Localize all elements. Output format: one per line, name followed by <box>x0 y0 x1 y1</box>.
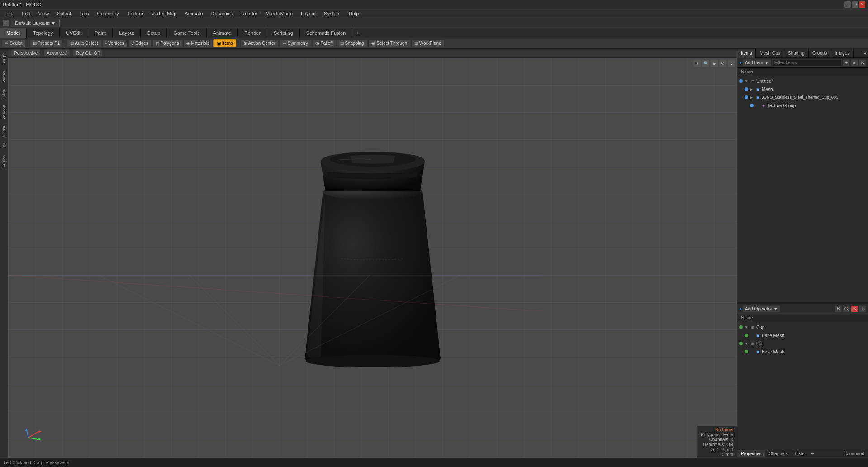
tab-layout[interactable]: Layout <box>113 28 141 38</box>
items-close-icon-btn[interactable]: ✕ <box>859 59 866 66</box>
lr-tree-item-cup-base-mesh[interactable]: ▶ ▣ Base Mesh <box>743 331 868 339</box>
tab-setup[interactable]: Setup <box>141 28 167 38</box>
menu-select[interactable]: Select <box>53 10 75 17</box>
menu-animate[interactable]: Animate <box>181 10 206 17</box>
lr-expand-lid[interactable]: ▼ <box>745 342 749 346</box>
lr-tree-item-lid[interactable]: ▼ ⊞ Lid <box>737 339 868 348</box>
tab-topology[interactable]: Topology <box>27 28 60 38</box>
add-mode-tab-button[interactable]: + <box>352 28 363 38</box>
edges-button[interactable]: ╱ Edges <box>128 39 152 47</box>
tree-item-mesh[interactable]: ▶ ▣ Mesh <box>743 85 868 93</box>
viewport[interactable]: Perspective Advanced Ray GL: Off <box>8 49 737 458</box>
tab-animate[interactable]: Animate <box>207 28 238 38</box>
sidebar-tab-curve[interactable]: Curve <box>1 123 7 139</box>
maximize-button[interactable]: ☐ <box>852 1 858 8</box>
vp-settings-btn[interactable]: ⚙ <box>719 60 726 67</box>
materials-button[interactable]: ◈ Materials <box>183 39 213 47</box>
action-center-button[interactable]: ⊕ Action Center <box>240 39 279 47</box>
rt-tab-mesh-ops[interactable]: Mesh Ops <box>756 49 784 58</box>
menu-system[interactable]: System <box>320 10 344 17</box>
tab-model[interactable]: Model <box>0 28 27 38</box>
rt-tab-images[interactable]: Images <box>831 49 854 58</box>
items-list-icon-btn[interactable]: ≡ <box>851 59 858 66</box>
rt-tab-groups[interactable]: Groups <box>809 49 831 58</box>
vp-zoom-btn[interactable]: 🔍 <box>702 60 709 67</box>
tree-item-texture-group[interactable]: ▶ ◈ Texture Group <box>748 101 868 110</box>
close-button[interactable]: ✕ <box>859 1 865 8</box>
menu-file[interactable]: File <box>2 10 17 17</box>
auto-select-button[interactable]: ⊡ Auto Select <box>67 39 101 47</box>
lr-s-icon-btn[interactable]: S <box>851 305 858 312</box>
sidebar-tab-polygon[interactable]: Polygon <box>1 102 7 123</box>
minimize-button[interactable]: — <box>844 1 851 8</box>
snapping-button[interactable]: ⊞ Snapping <box>337 39 367 47</box>
main-area: Sculpt Vertex Edge Polygon Curve UV Fusi… <box>0 49 868 458</box>
vp-more-btn[interactable]: ⋮ <box>728 60 735 67</box>
items-button[interactable]: ▣ Items <box>213 39 236 47</box>
lr-tree[interactable]: ▼ ⊞ Cup ▶ ▣ Base Mesh ▼ ⊞ Lid <box>737 322 868 449</box>
panel-collapse-icon[interactable]: ◂ <box>864 51 866 56</box>
tab-uvedit[interactable]: UVEdit <box>60 28 88 38</box>
tab-schematic-fusion[interactable]: Schematic Fusion <box>300 28 352 38</box>
rt-tab-shading[interactable]: Shading <box>784 49 809 58</box>
lr-tree-item-lid-base-mesh[interactable]: ▶ ▣ Base Mesh <box>743 348 868 356</box>
vertices-button[interactable]: • Vertices <box>102 39 128 47</box>
command-label: Command <box>840 450 868 457</box>
viewport-canvas[interactable]: ↺ 🔍 ⊕ ⚙ ⋮ No Items Polygons : Face Chann… <box>8 58 737 458</box>
menu-edit[interactable]: Edit <box>18 10 34 17</box>
select-through-button[interactable]: ◉ Select Through <box>368 39 410 47</box>
lr-add-icon-btn[interactable]: + <box>859 305 866 312</box>
sidebar-tab-vertex[interactable]: Vertex <box>1 68 7 86</box>
expand-arrow-untitled[interactable]: ▼ <box>745 79 749 83</box>
tab-paint[interactable]: Paint <box>88 28 113 38</box>
tab-render[interactable]: Render <box>238 28 267 38</box>
items-add-icon-btn[interactable]: + <box>843 59 850 66</box>
menu-view[interactable]: View <box>35 10 53 17</box>
symmetry-button[interactable]: ⇔ Symmetry <box>280 39 311 47</box>
br-tab-properties[interactable]: Properties <box>737 450 765 457</box>
vp-fit-btn[interactable]: ⊕ <box>711 60 718 67</box>
layout-dropdown[interactable]: Default Layouts ▼ <box>11 19 60 27</box>
menu-dynamics[interactable]: Dynamics <box>208 10 237 17</box>
expand-arrow-juro[interactable]: ▶ <box>750 95 754 100</box>
lr-b-icon-btn[interactable]: B <box>835 305 842 312</box>
workplane-button[interactable]: ⊟ WorkPlane <box>411 39 445 47</box>
sidebar-tab-edge[interactable]: Edge <box>1 86 7 101</box>
vp-type-btn[interactable]: Perspective <box>11 50 41 57</box>
menu-vertex-map[interactable]: Vertex Map <box>148 10 180 17</box>
items-tree[interactable]: ▼ ⊞ Untitled* ▶ ▣ Mesh ▶ ▣ JURO_Stainles… <box>737 76 868 302</box>
sculpt-button[interactable]: ✏ Sculpt <box>2 39 26 47</box>
tree-item-juro[interactable]: ▶ ▣ JURO_Stainless_Steel_Thermo_Cup_001 <box>743 93 868 101</box>
rt-tab-items[interactable]: Items <box>737 49 756 58</box>
menu-item[interactable]: Item <box>76 10 92 17</box>
menu-layout[interactable]: Layout <box>297 10 319 17</box>
menu-texture[interactable]: Texture <box>123 10 147 17</box>
menu-help[interactable]: Help <box>345 10 363 17</box>
sidebar-tab-sculpt[interactable]: Sculpt <box>1 51 7 67</box>
polygons-button[interactable]: ◻ Polygons <box>152 39 182 47</box>
juro-icon: ▣ <box>755 95 761 100</box>
lr-g-icon-btn[interactable]: G <box>843 305 850 312</box>
menu-maxtomodo[interactable]: MaxToModo <box>262 10 296 17</box>
sidebar-tab-uv[interactable]: UV <box>1 140 7 152</box>
tab-game-tools[interactable]: Game Tools <box>167 28 207 38</box>
add-item-button[interactable]: Add Item ▼ <box>743 59 771 66</box>
tab-scripting[interactable]: Scripting <box>267 28 300 38</box>
sidebar-tab-fusion[interactable]: Fusion <box>1 152 7 170</box>
presets-button[interactable]: ⊟ Presets P1 <box>30 39 63 47</box>
vp-raygl-btn[interactable]: Ray GL: Off <box>73 50 103 57</box>
br-tab-add[interactable]: + <box>808 450 816 458</box>
vp-shader-btn[interactable]: Advanced <box>43 50 70 57</box>
menu-render[interactable]: Render <box>237 10 261 17</box>
lr-expand-cup[interactable]: ▼ <box>745 325 749 329</box>
vp-rotate-btn[interactable]: ↺ <box>693 60 701 67</box>
falloff-button[interactable]: ◑ Falloff <box>312 39 336 47</box>
lr-tree-item-cup[interactable]: ▼ ⊞ Cup <box>737 323 868 331</box>
menu-geometry[interactable]: Geometry <box>93 10 122 17</box>
expand-arrow-mesh[interactable]: ▶ <box>750 87 754 91</box>
tree-item-untitled[interactable]: ▼ ⊞ Untitled* <box>737 77 868 85</box>
br-tab-channels[interactable]: Channels <box>765 450 792 457</box>
br-tab-lists[interactable]: Lists <box>792 450 808 457</box>
filter-items-input[interactable] <box>772 59 842 67</box>
add-operator-button[interactable]: Add Operator ▼ <box>743 305 780 312</box>
